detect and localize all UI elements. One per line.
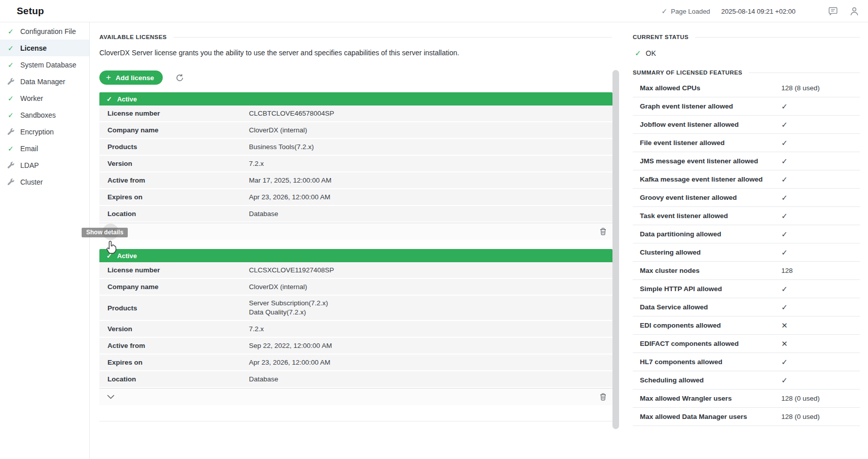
feature-label: Max allowed Wrangler users [633,395,781,402]
delete-license-button[interactable] [600,228,606,235]
cross-icon: ✕ [781,339,788,348]
feature-label: HL7 components allowed [633,358,781,366]
license-detail-row: LocationDatabase [99,206,612,223]
check-icon: ✓ [7,61,15,69]
licenses-main: AVAILABLE LICENSES CloverDX Server licen… [90,22,612,459]
license-detail-row: Active fromSep 22, 2022, 12:00:00 AM [99,338,612,355]
app-header: Setup ✓ Page Loaded 2025-08-14 09:21 +02… [0,0,868,22]
feature-value: 128 (0 used) [781,395,820,402]
feature-label: Groovy event listener allowed [633,194,781,201]
summary-header: SUMMARY OF LICENSED FEATURES [633,69,860,76]
licensed-features-list: Max allowed CPUs128 (8 used)Graph event … [633,79,860,426]
feature-label: Data Service allowed [633,303,781,311]
detail-label: Expires on [99,193,249,201]
trash-icon [600,393,606,401]
sidebar-item-worker[interactable]: ✓Worker [0,90,89,107]
sidebar-item-label: Email [20,145,38,153]
feature-row: Kafka message event listener allowed✓ [633,170,860,189]
check-icon: ✓ [7,111,15,119]
sidebar-item-system-database[interactable]: ✓System Database [0,56,89,73]
licenses-toolbar: + Add license [99,70,612,85]
sidebar-item-configuration-file[interactable]: ✓Configuration File [0,23,89,40]
feature-row: EDI components allowed✕ [633,316,860,335]
license-detail-row: Expires onApr 23, 2026, 12:00:00 AM [99,355,612,371]
detail-label: Products [99,304,249,312]
check-icon: ✓ [781,358,788,367]
add-license-button[interactable]: + Add license [99,70,163,85]
feature-row: Graph event listener allowed✓ [633,97,860,116]
feature-row: Data partitioning allowed✓ [633,225,860,243]
detail-label: License number [99,110,249,117]
license-detail-row: ProductsServer Subscription(7.2.x) Data … [99,296,612,321]
check-icon: ✓ [781,175,788,184]
status-panel: CURRENT STATUS ✓ OK SUMMARY OF LICENSED … [633,22,860,459]
feature-row: Data Service allowed✓ [633,298,860,316]
feature-row: Task event listener allowed✓ [633,207,860,225]
check-icon: ✓ [106,252,112,260]
sidebar-item-label: Encryption [20,128,54,136]
sidebar-item-label: System Database [20,61,77,69]
feature-row: Clustering allowed✓ [633,243,860,262]
detail-value: Apr 23, 2026, 12:00:00 AM [249,193,331,202]
check-icon: ✓ [781,102,788,111]
sidebar-item-license[interactable]: ✓License [0,40,89,56]
wrench-icon [7,128,15,135]
sidebar-item-email[interactable]: ✓Email [0,140,89,157]
setup-page: Setup ✓ Page Loaded 2025-08-14 09:21 +02… [0,0,868,459]
feature-label: Scheduling allowed [633,376,781,384]
detail-value: CLCBTCLOVE46578004SP [249,109,334,118]
feature-label: Clustering allowed [633,249,781,256]
wrench-icon [7,162,15,168]
detail-label: Active from [99,176,249,184]
delete-license-button[interactable] [600,393,606,401]
license-detail-row: ProductsBusiness Tools(7.2.x) [99,139,612,156]
check-icon: ✓ [781,248,788,257]
detail-value: Apr 23, 2026, 12:00:00 AM [249,358,331,367]
header-rule [749,73,860,73]
license-card-footer [99,223,612,240]
feature-row: JMS message event listener allowed✓ [633,152,860,170]
sidebar-item-data-manager[interactable]: Data Manager [0,73,89,90]
user-account-icon[interactable] [849,6,860,17]
current-status-header: CURRENT STATUS [633,34,860,40]
available-licenses-header: AVAILABLE LICENSES [99,34,612,40]
sidebar-item-cluster[interactable]: Cluster [0,173,89,190]
feature-row: HL7 components allowed✓ [633,353,860,371]
detail-value: 7.2.x [249,159,264,168]
section-divider [99,421,612,421]
feature-label: Task event listener allowed [633,212,781,220]
license-detail-row: LocationDatabase [99,371,612,388]
sidebar-item-encryption[interactable]: Encryption [0,123,89,140]
feature-label: Kafka message event listener allowed [633,175,781,183]
page-loaded-status: ✓ Page Loaded [662,7,710,15]
show-details-button[interactable] [102,389,119,405]
sidebar-item-ldap[interactable]: LDAP [0,157,89,173]
feature-row: File event listener allowed✓ [633,134,860,152]
detail-label: Active from [99,342,249,349]
sidebar-item-sandboxes[interactable]: ✓Sandboxes [0,107,89,123]
vertical-scrollbar[interactable] [612,70,619,429]
feature-label: Max cluster nodes [633,267,781,274]
chevron-down-icon [107,395,115,399]
check-icon: ✓ [781,120,788,129]
license-status-label: Active [117,95,137,103]
feedback-message-icon[interactable] [827,6,839,17]
sidebar-item-label: Data Manager [20,78,65,86]
refresh-licenses-button[interactable] [175,74,184,82]
setup-sidebar: ✓Configuration File✓License✓System Datab… [0,22,90,459]
available-licenses-title: AVAILABLE LICENSES [99,34,167,40]
detail-value: Sep 22, 2022, 12:00:00 AM [249,341,332,350]
detail-label: Products [99,143,249,151]
license-status-bar: ✓Active [99,92,612,105]
license-detail-row: License numberCLCSXCLOVE11927408SP [99,262,612,279]
detail-label: Location [99,375,249,383]
feature-label: Max allowed Data Manager users [633,413,781,420]
feature-row: Max allowed CPUs128 (8 used) [633,79,860,97]
current-status-value: ✓ OK [635,49,860,58]
check-icon: ✓ [106,95,112,103]
header-right: ✓ Page Loaded 2025-08-14 09:21 +02:00 [662,0,860,22]
check-icon: ✓ [7,27,15,36]
page-title: Setup [17,6,44,17]
feature-row: Simple HTTP API allowed✓ [633,280,860,298]
detail-label: Company name [99,283,249,291]
